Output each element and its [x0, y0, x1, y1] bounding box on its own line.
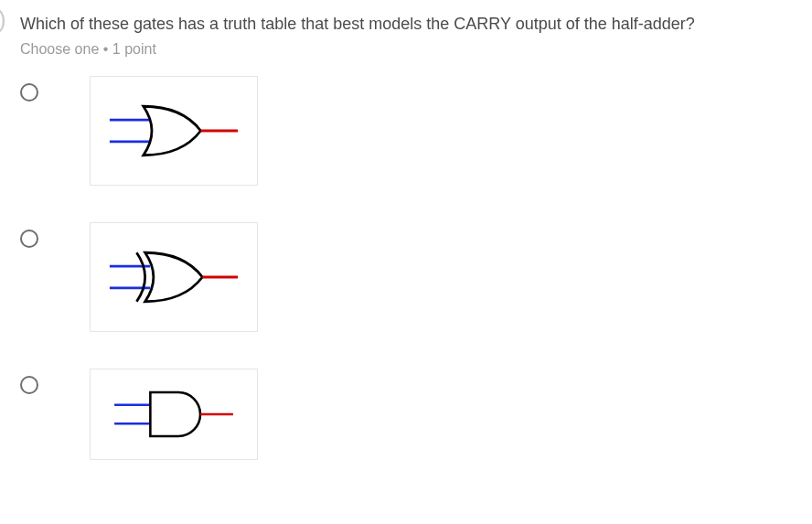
xor-gate-icon [98, 230, 250, 324]
option-row [20, 76, 792, 186]
radio-option-2[interactable] [20, 230, 38, 248]
question-number-paren: ) [0, 5, 6, 34]
question-text: Which of these gates has a truth table t… [20, 13, 792, 36]
gate-image-or [90, 76, 258, 186]
radio-option-3[interactable] [20, 376, 38, 394]
and-gate-icon [98, 377, 250, 452]
option-row [20, 222, 792, 332]
question-meta: Choose one • 1 point [20, 41, 792, 58]
gate-image-xor [90, 222, 258, 332]
gate-image-and [90, 369, 258, 460]
option-row [20, 369, 792, 460]
radio-option-1[interactable] [20, 83, 38, 102]
or-gate-icon [98, 84, 250, 177]
